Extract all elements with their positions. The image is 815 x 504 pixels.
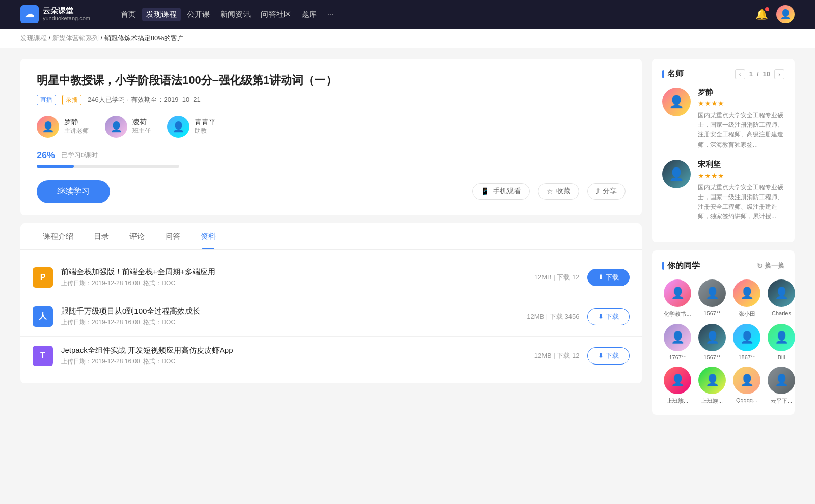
classmate-name-11: 云平下... bbox=[766, 397, 797, 405]
tabs-header: 课程介绍目录评论问答资料 bbox=[20, 223, 642, 250]
file-name-1: 跟随千万级项目从0到100全过程高效成长 bbox=[61, 306, 519, 316]
download-button-0[interactable]: ⬇ 下载 bbox=[587, 269, 630, 286]
nav-item-发现课程[interactable]: 发现课程 bbox=[142, 8, 181, 21]
logo-icon: ☁ bbox=[20, 5, 39, 23]
share-button[interactable]: ⤴ 分享 bbox=[587, 183, 626, 200]
user-avatar[interactable]: 👤 bbox=[776, 5, 795, 23]
classmate-item-9[interactable]: 👤 上班族... bbox=[697, 367, 727, 405]
classmate-item-3[interactable]: 👤 Charles bbox=[766, 279, 797, 318]
teacher-info-1: 凌荷 班主任 bbox=[132, 118, 151, 135]
teacher-avatar-0: 👤 bbox=[37, 116, 59, 138]
file-stats-0: 12MB | 下载 12 bbox=[534, 273, 580, 282]
classmate-name-8: 上班族... bbox=[662, 397, 693, 405]
sidebar-teacher-name-0: 罗静 bbox=[698, 88, 784, 97]
logo[interactable]: ☁ 云朵课堂 yunduoketang.com bbox=[20, 5, 90, 23]
collect-button[interactable]: ☆ 收藏 bbox=[538, 183, 579, 200]
teacher-role-1: 班主任 bbox=[132, 127, 151, 135]
logo-text: 云朵课堂 yunduoketang.com bbox=[43, 6, 90, 22]
teacher-avatar-2: 👤 bbox=[167, 116, 189, 138]
classmate-avatar-6: 👤 bbox=[733, 324, 760, 351]
progress-bar-bg bbox=[37, 165, 179, 168]
file-info-1: 跟随千万级项目从0到100全过程高效成长 上传日期：2019-12-28 16:… bbox=[61, 306, 519, 327]
file-stats-2: 12MB | 下载 12 bbox=[534, 351, 580, 360]
classmate-item-2[interactable]: 👤 张小田 bbox=[731, 279, 762, 318]
sidebar-teacher-avatar-1: 👤 bbox=[662, 160, 691, 188]
classmate-item-4[interactable]: 👤 1767** bbox=[662, 324, 693, 360]
classmates-sidebar-card: 你的同学 ↻ 换一换 👤 化学教书... 👤 1567** 👤 张小田 👤 bbox=[652, 250, 795, 415]
breadcrumb-link-1[interactable]: 新媒体营销系列 bbox=[52, 34, 99, 42]
prev-page-button[interactable]: ‹ bbox=[735, 69, 745, 79]
classmate-avatar-10: 👤 bbox=[733, 367, 760, 394]
nav-item-题库[interactable]: 题库 bbox=[297, 8, 321, 21]
star-icon: ☆ bbox=[547, 187, 553, 195]
nav-items: 首页发现课程公开课新闻资讯问答社区题库··· bbox=[117, 8, 338, 21]
course-meta-text: 246人已学习 · 有效期至：2019–10–21 bbox=[88, 95, 201, 104]
classmate-item-5[interactable]: 👤 1567** bbox=[697, 324, 727, 360]
classmate-name-7: Bill bbox=[766, 354, 797, 360]
teacher-info-0: 罗静 主讲老师 bbox=[64, 118, 89, 135]
classmate-item-6[interactable]: 👤 1867** bbox=[731, 324, 762, 360]
tabs-card: 课程介绍目录评论问答资料 P 前端全栈加强版！前端全栈+全周期+多端应用 上传日… bbox=[20, 223, 642, 383]
mobile-watch-button[interactable]: 📱 手机观看 bbox=[472, 183, 530, 200]
sidebar-area: 名师 ‹ 1 / 10 › 👤 罗静 ★★★★ 国内某重点大学安全工程专业硕士，… bbox=[652, 59, 795, 423]
download-button-2[interactable]: ⬇ 下载 bbox=[587, 347, 630, 365]
teacher-role-0: 主讲老师 bbox=[64, 127, 89, 135]
teacher-info-2: 青青平 助教 bbox=[195, 118, 216, 135]
refresh-button[interactable]: ↻ 换一换 bbox=[757, 261, 784, 270]
sidebar-teachers-list: 👤 罗静 ★★★★ 国内某重点大学安全工程专业硕士，国家一级注册消防工程师、注册… bbox=[662, 88, 784, 222]
breadcrumb-link-0[interactable]: 发现课程 bbox=[20, 34, 47, 42]
nav-item-新闻资讯[interactable]: 新闻资讯 bbox=[216, 8, 255, 21]
navigation: ☁ 云朵课堂 yunduoketang.com 首页发现课程公开课新闻资讯问答社… bbox=[0, 0, 815, 29]
nav-item-首页[interactable]: 首页 bbox=[117, 8, 140, 21]
share-icon: ⤴ bbox=[596, 187, 600, 195]
download-button-1[interactable]: ⬇ 下载 bbox=[587, 308, 630, 325]
classmate-avatar-0: 👤 bbox=[664, 279, 691, 307]
page-total: 10 bbox=[763, 70, 770, 78]
tab-评论[interactable]: 评论 bbox=[119, 223, 155, 249]
file-item-1: 人 跟随千万级项目从0到100全过程高效成长 上传日期：2019-12-28 1… bbox=[20, 297, 642, 337]
file-stats-1: 12MB | 下载 3456 bbox=[527, 312, 579, 321]
classmate-avatar-3: 👤 bbox=[768, 279, 795, 307]
nav-right: 🔔 👤 bbox=[755, 5, 795, 23]
nav-item-公开课[interactable]: 公开课 bbox=[183, 8, 214, 21]
classmate-avatar-1: 👤 bbox=[698, 279, 726, 307]
classmate-item-1[interactable]: 👤 1567** bbox=[697, 279, 727, 318]
nav-item-···[interactable]: ··· bbox=[323, 8, 338, 21]
classmate-name-3: Charles bbox=[766, 310, 797, 316]
notification-bell[interactable]: 🔔 bbox=[755, 8, 768, 20]
tab-资料[interactable]: 资料 bbox=[191, 223, 226, 249]
badge-live: 直播 bbox=[37, 95, 56, 105]
sidebar-teacher-info-0: 罗静 ★★★★ 国内某重点大学安全工程专业硕士，国家一级注册消防工程师、注册安全… bbox=[698, 88, 784, 150]
classmate-item-10[interactable]: 👤 Qqqqq... bbox=[731, 367, 762, 405]
tab-目录[interactable]: 目录 bbox=[84, 223, 119, 249]
file-info-2: Jetpack全组件实战 开发短视频应用高仿皮皮虾App 上传日期：2019-1… bbox=[61, 346, 526, 366]
classmate-avatar-4: 👤 bbox=[664, 324, 691, 351]
next-page-button[interactable]: › bbox=[774, 69, 784, 79]
tab-问答[interactable]: 问答 bbox=[155, 223, 191, 249]
tab-课程介绍[interactable]: 课程介绍 bbox=[33, 223, 84, 249]
file-icon-2: T bbox=[33, 346, 53, 366]
refresh-icon: ↻ bbox=[757, 262, 763, 270]
sidebar-teacher-info-1: 宋利坚 ★★★★ 国内某重点大学安全工程专业硕士，国家一级注册消防工程师、注册安… bbox=[698, 160, 784, 222]
classmate-item-0[interactable]: 👤 化学教书... bbox=[662, 279, 693, 318]
course-title: 明星中教授课，小学阶段语法100分–强化级第1讲动词（一） bbox=[37, 73, 626, 89]
nav-item-问答社区[interactable]: 问答社区 bbox=[257, 8, 295, 21]
classmate-name-1: 1567** bbox=[697, 310, 727, 316]
classmate-item-7[interactable]: 👤 Bill bbox=[766, 324, 797, 360]
breadcrumb-current: 销冠修炼术搞定80%的客户 bbox=[104, 34, 184, 42]
course-actions: 继续学习 📱 手机观看 ☆ 收藏 ⤴ 分享 bbox=[37, 180, 626, 203]
page-current: 1 bbox=[749, 70, 753, 78]
sidebar-teacher-name-1: 宋利坚 bbox=[698, 160, 784, 170]
course-meta: 直播 录播 246人已学习 · 有效期至：2019–10–21 bbox=[37, 95, 626, 105]
teacher-item-2: 👤 青青平 助教 bbox=[167, 116, 216, 138]
teacher-avatar-1: 👤 bbox=[105, 116, 127, 138]
classmate-name-0: 化学教书... bbox=[662, 310, 693, 318]
continue-study-button[interactable]: 继续学习 bbox=[37, 180, 110, 203]
teacher-name-2: 青青平 bbox=[195, 118, 216, 127]
sidebar-teacher-item-0: 👤 罗静 ★★★★ 国内某重点大学安全工程专业硕士，国家一级注册消防工程师、注册… bbox=[662, 88, 784, 150]
classmate-item-11[interactable]: 👤 云平下... bbox=[766, 367, 797, 405]
classmate-item-8[interactable]: 👤 上班族... bbox=[662, 367, 693, 405]
file-meta-2: 上传日期：2019-12-28 16:00 格式：DOC bbox=[61, 357, 526, 366]
refresh-classmates: ↻ 换一换 bbox=[757, 261, 784, 270]
progress-percent: 26% bbox=[37, 150, 55, 161]
